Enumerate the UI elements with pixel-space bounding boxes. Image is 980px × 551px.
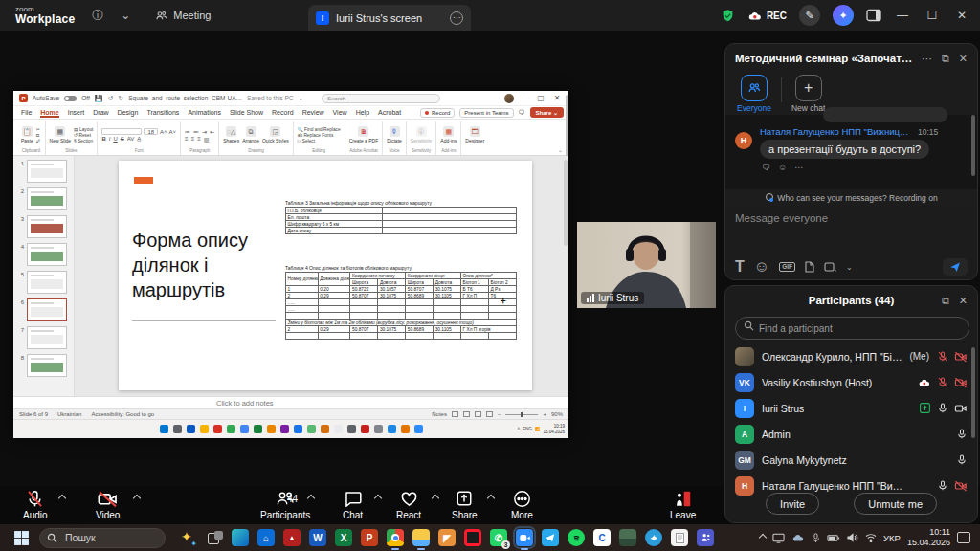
security-shield-icon[interactable] xyxy=(721,9,735,23)
outdent-icon[interactable]: ⇤ xyxy=(210,128,214,135)
chrome-icon[interactable] xyxy=(387,529,404,546)
taskbar-search-input[interactable] xyxy=(39,528,166,548)
thumbnail-preview[interactable] xyxy=(27,187,67,210)
participant-row[interactable]: GM Galyna Mykytynetz xyxy=(725,447,977,473)
shared-taskbar-app-icon[interactable] xyxy=(173,425,182,433)
chat-input-area[interactable]: Message everyone T ☺ GIF ⌄ xyxy=(725,206,977,280)
menu-animations[interactable]: Animations xyxy=(188,109,221,116)
task-view-icon[interactable] xyxy=(208,531,223,544)
undo-icon[interactable]: ↺ xyxy=(107,95,113,102)
shared-taskbar-app-icon[interactable] xyxy=(200,425,209,433)
participant-row[interactable]: VK Vasiliy Kostiushyn (Host) xyxy=(725,369,977,395)
paste-button[interactable]: 📋Paste xyxy=(21,126,33,143)
menu-slideshow[interactable]: Slide Show xyxy=(230,109,263,116)
zoom-slider[interactable] xyxy=(505,414,538,415)
numbering-icon[interactable]: ≕ xyxy=(193,128,199,135)
chat-tab-everyone[interactable]: Everyone xyxy=(737,75,771,113)
thumbnail-preview[interactable] xyxy=(27,243,67,266)
canvas-scrollbar[interactable] xyxy=(564,160,568,246)
message-sender[interactable]: Наталя Галущенко НПП "Вижницький" xyxy=(760,126,913,137)
grow-font-icon[interactable]: A˄ xyxy=(160,129,167,135)
screenshot-icon[interactable] xyxy=(824,262,836,273)
normal-view-icon[interactable] xyxy=(452,411,458,417)
emoji-icon[interactable]: ☺ xyxy=(754,258,769,276)
spotify-icon[interactable] xyxy=(568,529,585,546)
shared-lang-indicator[interactable]: ENG xyxy=(523,427,532,431)
shared-taskbar-app-icon[interactable] xyxy=(414,425,423,433)
slide-thumbnail[interactable]: 4 xyxy=(17,243,72,266)
reading-view-icon[interactable] xyxy=(475,411,481,417)
shared-taskbar-app-icon[interactable] xyxy=(334,425,343,433)
tab-options-icon[interactable]: ⋯ xyxy=(450,11,463,25)
start-button[interactable] xyxy=(13,530,30,546)
language-indicator[interactable]: УКР xyxy=(883,533,901,543)
select-button[interactable]: ▷ Select xyxy=(298,139,341,143)
audio-options-chevron[interactable] xyxy=(58,495,66,502)
recording-indicator[interactable]: REC xyxy=(747,10,787,21)
align-right-icon[interactable]: ≡ xyxy=(197,136,201,143)
participants-popout-icon[interactable]: ⧉ xyxy=(942,295,949,307)
shared-taskbar-app-icon[interactable] xyxy=(321,425,329,433)
shared-clock[interactable]: 10:19 15.04.2026 xyxy=(543,424,565,434)
shapes-button[interactable]: ◌△Shapes xyxy=(223,126,239,143)
tab-shared-screen[interactable]: I Iurii Strus's screen ⋯ xyxy=(308,5,471,31)
close-button[interactable]: ✕ xyxy=(953,9,970,22)
shared-taskbar-app-icon[interactable] xyxy=(388,425,396,433)
text-color-icon[interactable]: A̲ xyxy=(137,136,141,142)
attach-file-icon[interactable] xyxy=(805,261,814,273)
shared-taskbar-app-icon[interactable] xyxy=(227,425,235,433)
thumbnail-preview[interactable] xyxy=(27,160,67,183)
copilot-icon[interactable]: ✦✦ xyxy=(179,529,196,546)
message-bubble[interactable]: а презентації будуть в доступі? xyxy=(760,140,929,159)
chat-tab-new-chat[interactable]: + New chat xyxy=(791,75,825,113)
shared-taskbar-app-icon[interactable] xyxy=(307,425,316,433)
slide-thumbnail[interactable]: 7 xyxy=(17,326,72,349)
section-button[interactable]: § Section xyxy=(74,139,93,143)
chat-scrollbar[interactable] xyxy=(971,115,975,176)
participant-row[interactable]: A Admin xyxy=(725,421,977,447)
reply-icon[interactable]: 🗨 xyxy=(762,163,770,172)
menu-file[interactable]: File xyxy=(21,109,32,116)
wifi-icon[interactable] xyxy=(865,533,877,542)
tray-mic-icon[interactable] xyxy=(812,533,820,543)
shared-taskbar-app-icon[interactable] xyxy=(240,425,249,433)
thumbnail-preview[interactable] xyxy=(27,215,67,238)
redo-icon[interactable]: ↻ xyxy=(118,95,123,102)
menu-acrobat[interactable]: Acrobat xyxy=(378,109,401,116)
layout-button[interactable]: ▤ Layout xyxy=(74,127,93,132)
shared-taskbar-app-icon[interactable] xyxy=(374,425,383,433)
underline-button[interactable]: U xyxy=(113,136,117,142)
info-icon[interactable]: ⓘ xyxy=(92,8,103,24)
more-control[interactable]: More xyxy=(511,489,533,520)
slide-thumbnail[interactable]: 1 xyxy=(17,160,72,183)
audio-control[interactable]: Audio xyxy=(23,489,48,520)
menu-insert[interactable]: Insert xyxy=(68,109,85,116)
ai-companion-icon[interactable]: ✦ xyxy=(833,5,854,26)
excel-icon[interactable]: X xyxy=(335,529,352,546)
leave-control[interactable]: Leave xyxy=(670,489,696,520)
shared-taskbar-app-icon[interactable] xyxy=(254,425,262,433)
notes-pane[interactable]: Click to add notes xyxy=(13,396,568,408)
ppt-close-button[interactable]: ✕ xyxy=(551,94,563,102)
react-options-chevron[interactable] xyxy=(432,495,439,502)
ppt-share-button[interactable]: Share ⌄ xyxy=(530,107,564,118)
edge-icon[interactable] xyxy=(232,529,249,546)
store-icon[interactable]: ⌂ xyxy=(257,529,275,546)
record-button[interactable]: Record xyxy=(420,108,455,118)
video-control[interactable]: Video xyxy=(96,489,120,520)
find-replace-button[interactable]: 🔍 Find and Replace xyxy=(298,127,341,132)
menu-draw[interactable]: Draw xyxy=(93,109,108,116)
quick-styles-button[interactable]: ◲Quick Styles xyxy=(262,126,289,143)
chat-close-icon[interactable]: ✕ xyxy=(959,53,968,65)
zoom-level[interactable]: 90% xyxy=(551,411,563,417)
teams-icon[interactable] xyxy=(697,529,714,546)
shared-tray-chevron[interactable]: ˄ xyxy=(517,427,520,431)
whatsapp-icon[interactable]: ✆3 xyxy=(490,529,507,546)
slide-thumbnail[interactable]: 6 xyxy=(17,298,72,321)
font-size-select[interactable]: 18 xyxy=(144,128,158,135)
slide-thumbnail[interactable]: 8 xyxy=(17,354,72,377)
align-left-icon[interactable]: ≡ xyxy=(185,136,189,143)
menu-help[interactable]: Help xyxy=(356,109,369,116)
bird-app-icon[interactable] xyxy=(645,529,662,546)
shared-taskbar-app-icon[interactable] xyxy=(294,425,302,433)
